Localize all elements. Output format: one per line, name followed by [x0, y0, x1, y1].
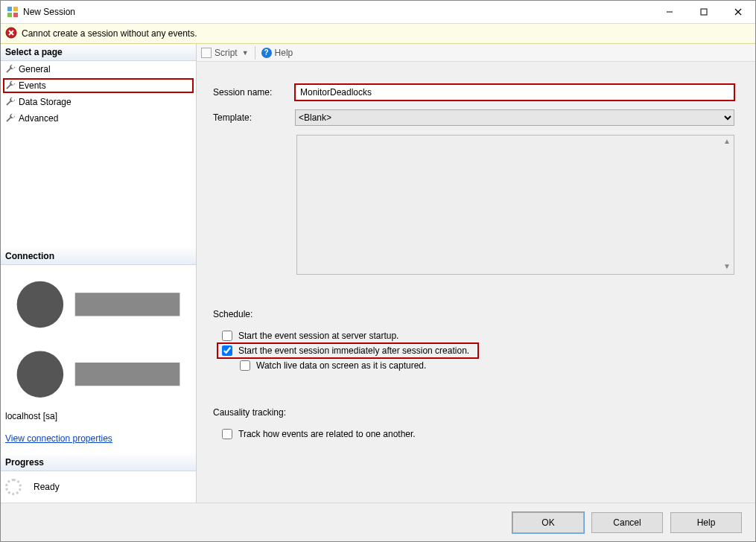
dialog-body: Select a page General Events Data Storag… [1, 44, 755, 503]
cb-track-causality[interactable] [222, 429, 232, 439]
button-bar: OK Cancel Help [1, 503, 755, 541]
ok-button[interactable]: OK [512, 512, 584, 533]
help-button[interactable]: Help [670, 512, 742, 533]
sidebar-item-label: Events [19, 80, 46, 91]
progress-status: Ready [34, 482, 60, 492]
wrench-icon [5, 97, 16, 107]
progress-header: Progress [1, 454, 196, 471]
svg-point-12 [17, 351, 64, 398]
page-nav: General Events Data Storage Advanced [1, 61, 196, 127]
svg-rect-0 [7, 7, 12, 11]
content-toolbar: Script ▼ ? Help [197, 44, 755, 62]
sidebar-item-general[interactable]: General [4, 63, 193, 76]
cb-start-after-create[interactable] [222, 345, 232, 356]
session-name-label: Session name: [213, 87, 295, 98]
script-button[interactable]: Script [215, 48, 238, 58]
server-icon [5, 401, 191, 411]
connection-row: localhost [sa] [1, 265, 196, 427]
svg-rect-13 [75, 293, 180, 316]
wrench-icon [5, 64, 16, 74]
cb-watch-live[interactable] [240, 360, 250, 371]
svg-rect-3 [13, 13, 18, 17]
sidebar-item-data-storage[interactable]: Data Storage [4, 95, 193, 109]
select-page-header: Select a page [1, 44, 196, 61]
cb-start-on-startup-label: Start the event session at server startu… [238, 331, 398, 341]
svg-rect-2 [7, 13, 12, 17]
template-description-box: ▲ ▼ [296, 135, 734, 275]
titlebar: New Session [1, 1, 755, 23]
connection-value: localhost [sa] [5, 411, 57, 421]
sidebar-item-label: General [19, 64, 51, 74]
content-form: Session name: Template: <Blank> ▲ ▼ Sche… [197, 62, 755, 449]
cb-start-after-create-label: Start the event session immediately afte… [238, 345, 469, 356]
error-icon [5, 27, 17, 41]
help-button[interactable]: Help [275, 48, 293, 58]
causality-label: Causality tracking: [213, 407, 734, 418]
template-label: Template: [213, 112, 295, 123]
window-title: New Session [23, 7, 75, 17]
template-select[interactable]: <Blank> [295, 109, 734, 126]
app-icon [7, 6, 19, 18]
svg-point-11 [17, 281, 64, 328]
cb-start-after-create-row: Start the event session immediately afte… [217, 343, 478, 358]
svg-rect-5 [701, 9, 707, 15]
svg-rect-14 [75, 363, 180, 386]
cancel-button[interactable]: Cancel [591, 512, 663, 533]
script-icon [201, 48, 212, 58]
sidebar-item-events[interactable]: Events [4, 79, 193, 92]
minimize-button[interactable] [652, 1, 687, 23]
cb-start-on-startup-row: Start the event session at server startu… [217, 328, 734, 343]
sidebar-item-label: Data Storage [19, 97, 72, 107]
sidebar-item-advanced[interactable]: Advanced [4, 112, 193, 125]
cb-start-on-startup[interactable] [222, 331, 232, 341]
sidebar: Select a page General Events Data Storag… [1, 44, 197, 503]
notice-bar: Cannot create a session without any even… [1, 23, 755, 44]
sidebar-item-label: Advanced [19, 113, 58, 124]
progress-spinner-icon [5, 479, 22, 495]
connection-header: Connection [1, 248, 196, 265]
cb-track-causality-label: Track how events are related to one anot… [238, 429, 416, 439]
cb-watch-live-label: Watch live data on screen as it is captu… [256, 360, 426, 371]
maximize-button[interactable] [687, 1, 721, 23]
close-button[interactable] [721, 1, 755, 23]
wrench-icon [5, 80, 16, 91]
toolbar-separator [255, 46, 255, 60]
scroll-down-icon[interactable]: ▼ [722, 262, 732, 272]
schedule-label: Schedule: [213, 309, 734, 319]
session-name-input[interactable] [295, 84, 734, 101]
script-dropdown-caret-icon[interactable]: ▼ [242, 49, 249, 57]
main-panel: Script ▼ ? Help Session name: Template: … [197, 44, 755, 503]
cb-track-causality-row: Track how events are related to one anot… [217, 427, 734, 441]
cb-watch-live-row: Watch live data on screen as it is captu… [235, 358, 734, 373]
progress-row: Ready [1, 471, 196, 503]
notice-text: Cannot create a session without any even… [22, 28, 197, 39]
svg-rect-1 [13, 7, 18, 11]
view-connection-properties-link[interactable]: View connection properties [5, 433, 112, 444]
scroll-up-icon[interactable]: ▲ [722, 137, 732, 147]
help-icon: ? [261, 48, 272, 58]
wrench-icon [5, 113, 16, 124]
